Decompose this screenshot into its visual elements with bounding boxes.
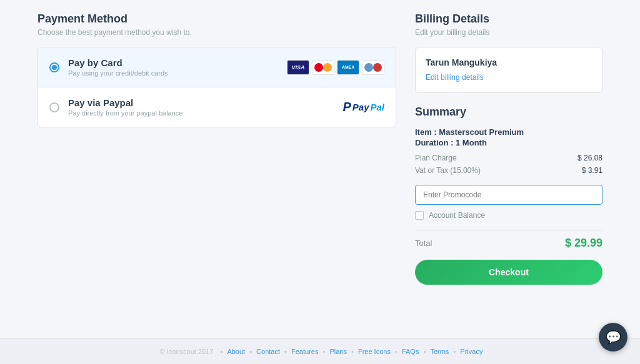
tax-value: $ 3.91 xyxy=(582,166,602,175)
amex-icon: AMEX xyxy=(337,60,359,75)
maestro-icon xyxy=(362,60,384,75)
footer-sep-3: • xyxy=(323,348,328,355)
footer-sep-7: • xyxy=(453,348,458,355)
duration-value: 1 Month xyxy=(456,138,487,147)
summary-title: Summary xyxy=(415,106,602,119)
item-name: Masterscout Premium xyxy=(439,127,524,137)
summary-item-line: Item : Masterscout Premium xyxy=(415,127,602,137)
footer-terms[interactable]: Terms xyxy=(430,348,449,355)
card-icons-group: VISA AMEX xyxy=(287,60,384,75)
footer-sep-0: • xyxy=(220,348,224,355)
paypal-option-name: Pay via Paypal xyxy=(68,97,342,108)
duration-label: Duration : xyxy=(415,138,453,147)
footer-free-icons[interactable]: Free Icons xyxy=(358,348,391,355)
total-label: Total xyxy=(415,239,432,248)
summary-duration-line: Duration : 1 Month xyxy=(415,138,602,147)
paypal-logo: P PayPal xyxy=(342,100,384,114)
payment-method-subtitle: Choose the best payment method you wish … xyxy=(38,28,396,37)
account-balance-label: Account Balance xyxy=(429,211,485,220)
tax-row: Vat or Tax (15.00%) $ 3.91 xyxy=(415,166,602,175)
chat-button[interactable]: 💬 xyxy=(599,323,628,352)
billing-subtitle: Edit your billing details xyxy=(415,28,602,37)
paypal-option-desc: Pay directly from your paypal balance xyxy=(68,109,342,117)
pay-via-paypal-option[interactable]: Pay via Paypal Pay directly from your pa… xyxy=(38,87,396,127)
account-balance-row: Account Balance xyxy=(415,211,602,220)
plan-charge-row: Plan Charge $ 26.08 xyxy=(415,154,602,162)
footer-sep-2: • xyxy=(284,348,289,355)
footer-privacy[interactable]: Privacy xyxy=(460,348,482,355)
checkout-button[interactable]: Checkout xyxy=(415,260,602,285)
tax-label: Vat or Tax (15.00%) xyxy=(415,166,481,175)
mastercard-icon xyxy=(312,60,334,75)
card-radio[interactable] xyxy=(49,62,59,72)
chat-icon: 💬 xyxy=(606,330,621,345)
account-balance-checkbox[interactable] xyxy=(415,211,424,220)
payment-options-container: Pay by Card Pay using your credit/debit … xyxy=(38,47,396,127)
billing-title: Billing Details xyxy=(415,12,602,26)
card-option-name: Pay by Card xyxy=(68,57,287,68)
footer-sep-1: • xyxy=(249,348,254,355)
footer-contact[interactable]: Contact xyxy=(256,348,280,355)
payment-method-title: Payment Method xyxy=(38,12,396,26)
promo-input[interactable] xyxy=(415,185,602,205)
footer-sep-6: • xyxy=(423,348,428,355)
total-value: $ 29.99 xyxy=(565,237,602,250)
plan-charge-label: Plan Charge xyxy=(415,154,457,162)
billing-card: Tarun Mangukiya Edit billing details xyxy=(415,47,602,93)
total-row: Total $ 29.99 xyxy=(415,237,602,250)
card-info: Pay by Card Pay using your credit/debit … xyxy=(68,57,287,77)
plan-charge-value: $ 26.08 xyxy=(578,154,602,162)
footer-sep-4: • xyxy=(351,348,356,355)
summary-divider xyxy=(415,230,602,230)
billing-name: Tarun Mangukiya xyxy=(426,57,592,67)
footer-features[interactable]: Features xyxy=(291,348,318,355)
footer-faqs[interactable]: FAQs xyxy=(402,348,419,355)
item-label: Item : xyxy=(415,127,437,137)
visa-icon: VISA xyxy=(287,60,309,75)
footer-sep-5: • xyxy=(395,348,399,355)
footer-copyright: © Iconscout 2017 xyxy=(160,348,214,355)
card-option-desc: Pay using your credit/debit cards xyxy=(68,69,287,77)
footer-about[interactable]: About xyxy=(227,348,245,355)
paypal-radio[interactable] xyxy=(49,102,59,112)
footer-plans[interactable]: Plans xyxy=(329,348,347,355)
billing-edit-link[interactable]: Edit billing details xyxy=(426,73,484,82)
footer: © Iconscout 2017 • About • Contact • Fea… xyxy=(0,338,640,364)
paypal-info: Pay via Paypal Pay directly from your pa… xyxy=(68,97,342,117)
pay-by-card-option[interactable]: Pay by Card Pay using your credit/debit … xyxy=(38,47,396,87)
